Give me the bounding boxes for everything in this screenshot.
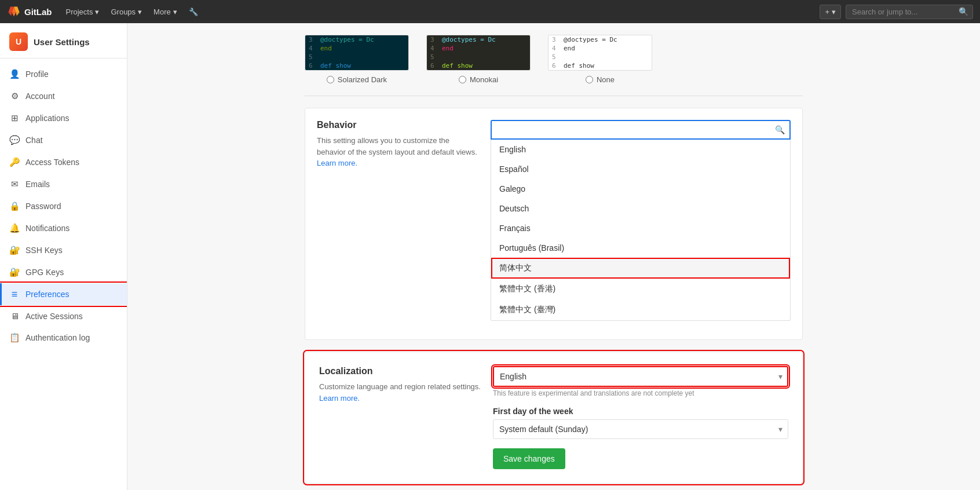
nav-more[interactable]: More ▾ [149,5,182,19]
sidebar-item-label: SSH Keys [25,246,63,255]
first-day-wrapper: System default (Sunday) Sunday Monday Sa… [493,419,788,439]
content-area: 3@doctypes = Dc 4end 5 6def show Solariz… [293,23,814,490]
sidebar-item-applications[interactable]: ⊞ Applications [0,107,127,129]
lang-option-english[interactable]: English [491,140,790,159]
gitlab-logo-icon [7,5,21,19]
theme-preview-none: 3@doctypes = Dc 4end 5 6def show None [548,35,652,84]
svg-marker-3 [8,12,12,16]
sidebar-item-gpg-keys[interactable]: 🔐 GPG Keys [0,261,127,283]
sidebar-item-label: Access Tokens [25,158,79,167]
sidebar-title: User Settings [34,37,90,47]
nav-wrench[interactable]: 🔧 [184,5,203,19]
theme-solarized-dark-label[interactable]: Solarized Dark [327,75,387,84]
chat-icon: 💬 [9,135,20,145]
lang-option-galego[interactable]: Galego [491,179,790,199]
layout: U User Settings 👤 Profile ⚙ Account ⊞ Ap… [0,23,980,490]
first-day-label: First day of the week [493,407,788,416]
sidebar-item-label: Active Sessions [25,312,83,321]
syntax-preview-solarized-dark: 3@doctypes = Dc 4end 5 6def show [305,35,409,71]
behavior-desc: Behavior This setting allows you to cust… [317,120,479,328]
theme-preview-monokai: 3@doctypes = Dc 4end 5 6def show Monokai [426,35,531,84]
theme-monokai-label[interactable]: Monokai [459,75,498,84]
localization-inner: Localization Customize language and regi… [305,352,802,483]
lang-option-portugues[interactable]: Português (Brasil) [491,238,790,258]
sidebar-item-label: Applications [25,114,70,123]
plus-button[interactable]: + ▾ [820,5,841,19]
sidebar-item-emails[interactable]: ✉ Emails [0,173,127,195]
sidebar-item-label: Notifications [25,224,70,233]
sidebar-item-notifications[interactable]: 🔔 Notifications [0,217,127,239]
search-icon: 🔍 [959,7,968,16]
gpg-key-icon: 🔐 [9,267,20,277]
ssh-key-icon: 🔐 [9,245,20,255]
brand-label: GitLab [24,7,52,17]
chevron-down-icon: ▾ [832,8,836,16]
sidebar: U User Settings 👤 Profile ⚙ Account ⊞ Ap… [0,23,127,490]
theme-none-radio[interactable] [586,76,593,83]
lang-option-traditional-chinese-hk[interactable]: 繁體中文 (香港) [491,279,790,299]
localization-desc: Localization Customize language and regi… [319,366,481,469]
lang-option-espanol[interactable]: Español [491,159,790,179]
sidebar-header: U User Settings [0,23,127,58]
bell-icon: 🔔 [9,223,20,233]
nav-projects[interactable]: Projects ▾ [61,5,104,19]
theme-solarized-dark-radio[interactable] [327,76,334,83]
language-search-input[interactable] [491,120,791,140]
language-dropdown[interactable]: English Español Galego Deutsch Français … [491,140,791,321]
localization-section: Localization Customize language and regi… [305,352,803,484]
theme-monokai-radio[interactable] [459,76,466,83]
sidebar-item-label: Chat [25,136,43,145]
lang-option-traditional-chinese-tw[interactable]: 繁體中文 (臺灣) [491,299,790,320]
chevron-down-icon: ▾ [138,8,142,16]
search-icon: 🔍 [775,125,785,134]
behavior-inner: Behavior This setting allows you to cust… [317,120,791,328]
sidebar-logo: U [9,32,28,51]
sidebar-item-account[interactable]: ⚙ Account [0,85,127,107]
sidebar-item-preferences[interactable]: ≡ Preferences [0,283,127,305]
sidebar-item-label: Account [25,92,55,101]
sidebar-item-ssh-keys[interactable]: 🔐 SSH Keys [0,239,127,261]
localization-learn-more-link[interactable]: Learn more. [319,394,360,403]
save-changes-button[interactable]: Save changes [493,448,565,469]
lang-option-deutsch[interactable]: Deutsch [491,199,790,218]
lang-option-simplified-chinese[interactable]: 简体中文 [491,258,790,279]
svg-marker-5 [12,12,16,16]
nav-groups[interactable]: Groups ▾ [106,5,147,19]
sidebar-item-profile[interactable]: 👤 Profile [0,63,127,85]
search-input[interactable] [846,5,973,19]
theme-none-label[interactable]: None [586,75,615,84]
grid-icon: ⊞ [9,113,20,123]
divider [305,96,803,96]
lock-icon: 🔒 [9,201,20,211]
topnav-links: Projects ▾ Groups ▾ More ▾ 🔧 [61,5,203,19]
sidebar-item-active-sessions[interactable]: 🖥 Active Sessions [0,305,127,327]
email-icon: ✉ [9,179,20,189]
lang-option-francais[interactable]: Français [491,218,790,238]
syntax-preview-monokai: 3@doctypes = Dc 4end 5 6def show [426,35,531,71]
brand: GitLab [7,5,52,19]
first-day-select[interactable]: System default (Sunday) Sunday Monday Sa… [493,419,788,439]
theme-preview-solarized-dark: 3@doctypes = Dc 4end 5 6def show Solariz… [305,35,409,84]
sidebar-item-access-tokens[interactable]: 🔑 Access Tokens [0,151,127,173]
sidebar-nav: 👤 Profile ⚙ Account ⊞ Applications 💬 Cha… [0,58,127,353]
preferences-icon: ≡ [9,289,20,299]
sidebar-item-chat[interactable]: 💬 Chat [0,129,127,151]
behavior-form: 🔍 English Español Galego Deutsch Françai… [491,120,791,328]
behavior-learn-more-link[interactable]: Learn more. [317,159,357,167]
svg-marker-4 [16,12,20,16]
sidebar-item-authentication-log[interactable]: 📋 Authentication log [0,327,127,349]
language-search-wrapper: 🔍 [491,120,791,140]
wrench-icon: 🔧 [189,8,198,16]
behavior-description: This setting allows you to customize the… [317,135,479,169]
key-icon: 🔑 [9,157,20,167]
sidebar-item-label: Preferences [25,290,69,299]
main-content: 3@doctypes = Dc 4end 5 6def show Solariz… [127,23,980,490]
sidebar-item-password[interactable]: 🔒 Password [0,195,127,217]
topnav-right: + ▾ 🔍 [820,5,973,19]
experimental-note: This feature is experimental and transla… [493,389,788,397]
log-icon: 📋 [9,332,20,343]
gear-icon: ⚙ [9,91,20,101]
sidebar-item-label: Authentication log [25,333,90,342]
language-select[interactable]: English Español Galego Deutsch Français … [493,366,788,387]
chevron-down-icon: ▾ [95,8,99,16]
